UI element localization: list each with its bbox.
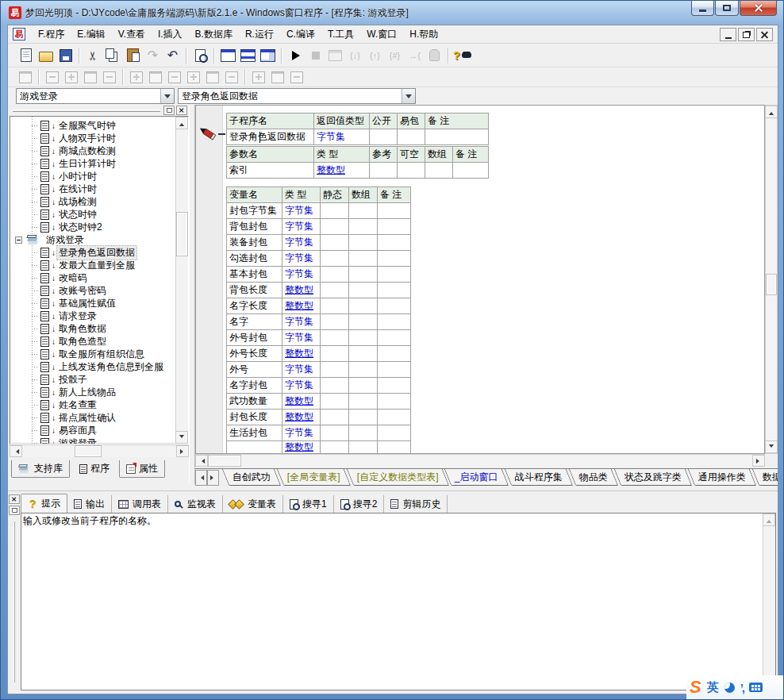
- empty-cell[interactable]: [321, 378, 349, 394]
- empty-cell[interactable]: [349, 410, 378, 425]
- save-icon[interactable]: [56, 46, 75, 65]
- module-combo-dropdown-button[interactable]: [160, 89, 174, 103]
- empty-cell[interactable]: [349, 235, 378, 251]
- mdi-minimize-button[interactable]: [720, 28, 736, 41]
- variable-type-cell[interactable]: 整数型: [282, 394, 321, 410]
- module-tabs-scroll-left-button[interactable]: [195, 470, 207, 486]
- empty-cell[interactable]: [349, 330, 378, 346]
- collapse-expander-icon[interactable]: [15, 237, 22, 244]
- variable-type-cell[interactable]: 整数型: [282, 283, 321, 298]
- menu-item-8[interactable]: W.窗口: [360, 26, 403, 43]
- type-link[interactable]: 字节集: [285, 268, 313, 279]
- ime-language-toggle[interactable]: 英: [707, 680, 719, 695]
- type-link[interactable]: 整数型: [285, 284, 313, 295]
- open-file-icon[interactable]: [36, 46, 56, 65]
- collapse-dash-icon[interactable]: [218, 133, 225, 135]
- editor-vertical-scrollbar[interactable]: [765, 105, 778, 454]
- empty-cell[interactable]: [321, 267, 349, 283]
- tree-item[interactable]: 状态时钟2: [10, 221, 175, 233]
- module-tab-5[interactable]: 物品类: [569, 469, 618, 486]
- variable-type-cell[interactable]: 字节集: [282, 267, 321, 283]
- variable-name-cell[interactable]: 基本封包: [227, 267, 282, 283]
- variable-type-cell[interactable]: 字节集: [282, 378, 321, 394]
- empty-cell[interactable]: [370, 129, 398, 145]
- pane-float-button[interactable]: [163, 106, 175, 115]
- ime-punctuation-icon[interactable]: ’,: [740, 681, 744, 694]
- empty-cell[interactable]: [378, 410, 411, 425]
- type-link[interactable]: 字节集: [285, 379, 313, 390]
- subroutine-combobox[interactable]: [178, 88, 416, 104]
- type-link[interactable]: 字节集: [285, 316, 313, 327]
- empty-cell[interactable]: [349, 362, 378, 378]
- mdi-close-button[interactable]: [756, 28, 773, 41]
- empty-cell[interactable]: [321, 330, 349, 346]
- empty-cell[interactable]: [349, 441, 378, 454]
- variable-type-cell[interactable]: 字节集: [282, 330, 321, 346]
- tree-scroll-left-button[interactable]: [10, 445, 22, 457]
- new-file-icon[interactable]: [16, 46, 36, 65]
- tree-item[interactable]: 在线计时: [10, 183, 175, 195]
- empty-cell[interactable]: [321, 298, 349, 314]
- empty-cell[interactable]: [349, 378, 378, 394]
- editor-scroll-up-button[interactable]: [765, 106, 778, 118]
- type-link[interactable]: 整数型: [285, 300, 313, 311]
- parameter-name-cell[interactable]: 索引: [227, 163, 314, 179]
- variable-name-cell[interactable]: 勾选封包: [227, 251, 282, 267]
- variable-name-cell[interactable]: 外号封包: [227, 330, 282, 346]
- empty-cell[interactable]: [349, 394, 378, 410]
- tree-item[interactable]: 战场检测: [10, 195, 175, 208]
- variable-type-cell[interactable]: 字节集: [282, 314, 321, 330]
- tree-scroll-up-button[interactable]: [175, 117, 188, 129]
- empty-cell[interactable]: [349, 346, 378, 362]
- pane-splitter[interactable]: [189, 105, 195, 484]
- empty-cell[interactable]: [349, 314, 378, 330]
- empty-cell[interactable]: [453, 163, 489, 179]
- tree-item[interactable]: 状态时钟: [10, 208, 175, 221]
- tree-scroll-down-button[interactable]: [175, 431, 188, 444]
- subroutine-combo-value[interactable]: [179, 89, 402, 103]
- type-link[interactable]: 整数型: [317, 164, 345, 175]
- type-link[interactable]: 整数型: [285, 348, 313, 359]
- empty-cell[interactable]: [349, 425, 378, 441]
- menu-item-0[interactable]: F.程序: [32, 26, 71, 43]
- empty-cell[interactable]: [425, 129, 489, 145]
- tree-item[interactable]: 姓名查重: [10, 398, 175, 411]
- empty-cell[interactable]: [378, 346, 411, 362]
- panel-tab-3[interactable]: 监视表: [168, 495, 223, 513]
- ime-toolbar[interactable]: S 英 ’,: [686, 675, 784, 699]
- module-tab-1[interactable]: [全局变量表]: [277, 469, 351, 486]
- panel-tab-5[interactable]: 搜寻1: [283, 495, 334, 513]
- ime-fullhalf-width-icon[interactable]: [724, 683, 735, 693]
- module-tab-2[interactable]: [自定义数据类型表]: [346, 469, 448, 486]
- variable-name-cell[interactable]: 外号: [227, 362, 282, 378]
- hint-vertical-scrollbar[interactable]: [763, 513, 775, 690]
- tree-item[interactable]: 登录角色返回数据: [10, 246, 175, 259]
- pane-drag-handle[interactable]: [13, 110, 160, 112]
- empty-cell[interactable]: [398, 163, 425, 179]
- empty-cell[interactable]: [321, 362, 349, 378]
- variable-name-cell[interactable]: 装备封包: [227, 235, 282, 251]
- module-tab-6[interactable]: 状态及跳字类: [614, 469, 692, 486]
- panel-float-button[interactable]: [9, 506, 20, 515]
- panel-drag-handle[interactable]: [13, 521, 15, 683]
- empty-cell[interactable]: [349, 283, 378, 298]
- variable-name-cell[interactable]: 名字封包: [227, 378, 282, 394]
- hint-scroll-up-button[interactable]: [763, 513, 775, 526]
- empty-cell[interactable]: [378, 362, 411, 378]
- variable-type-cell[interactable]: 整数型: [282, 441, 321, 454]
- tree-scroll-right-button[interactable]: [176, 445, 189, 457]
- ime-keyboard-icon[interactable]: [749, 683, 763, 692]
- empty-cell[interactable]: [349, 251, 378, 267]
- module-tab-3[interactable]: _启动窗口: [444, 469, 509, 486]
- type-link[interactable]: 整数型: [285, 411, 313, 422]
- menu-item-5[interactable]: R.运行: [239, 26, 280, 43]
- empty-cell[interactable]: [349, 203, 378, 219]
- tree-item[interactable]: 基础属性赋值: [10, 297, 175, 310]
- tree-item[interactable]: 游戏登录: [10, 233, 175, 246]
- tree-item[interactable]: 全服聚气时钟: [10, 119, 175, 132]
- tree-item[interactable]: 改账号密码: [10, 284, 175, 297]
- empty-cell[interactable]: [398, 129, 425, 145]
- module-tab-4[interactable]: 战斗程序集: [505, 469, 573, 486]
- variable-type-cell[interactable]: 字节集: [282, 203, 321, 219]
- menu-item-7[interactable]: T.工具: [321, 26, 360, 43]
